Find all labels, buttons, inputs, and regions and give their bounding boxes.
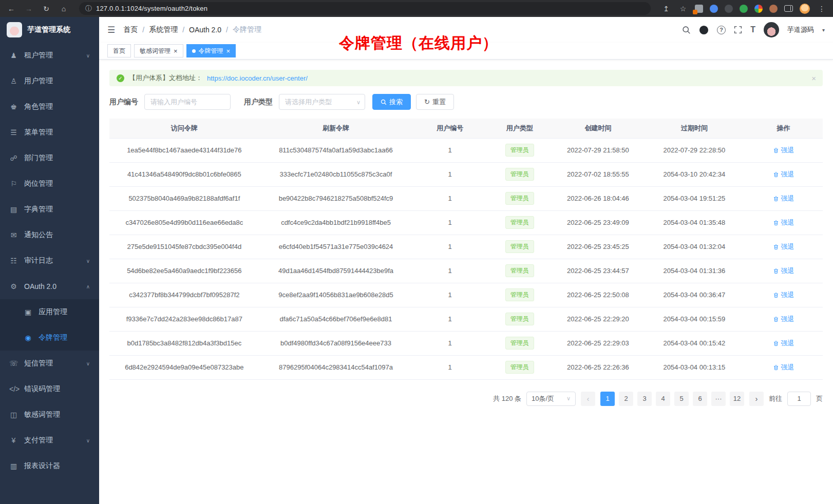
- goto-page-input[interactable]: [787, 392, 811, 406]
- sidebar-item-user[interactable]: ♙ 用户管理: [0, 68, 99, 94]
- fullscreen-icon[interactable]: [734, 26, 742, 34]
- tab-token[interactable]: 令牌管理 ×: [186, 44, 236, 57]
- action-cell: 强退: [744, 307, 823, 331]
- reset-button[interactable]: ↻ 重置: [416, 94, 454, 110]
- user-id-input[interactable]: [144, 94, 231, 110]
- sidebar-item-role[interactable]: ♚ 角色管理: [0, 94, 99, 120]
- sidebar-item-oauth2[interactable]: ⚙ OAuth 2.0 ∧: [0, 274, 99, 299]
- sidebar-item-pay[interactable]: ¥ 支付管理 ∨: [0, 428, 99, 453]
- table-row: c347026e805e4d99b0d116eae66eda8c cdfc4ce…: [109, 210, 823, 235]
- doc-link[interactable]: https://doc.iocoder.cn/user-center/: [207, 74, 308, 82]
- force-logout-button[interactable]: 强退: [773, 363, 794, 372]
- pager: 123456···12: [600, 392, 744, 406]
- sidebar-item-label: 岗位管理: [24, 179, 90, 188]
- user-type-cell: 管理员: [487, 210, 552, 235]
- force-logout-button[interactable]: 强退: [773, 194, 794, 203]
- page-button[interactable]: 4: [656, 392, 670, 406]
- page-content: ✓ 【用户体系】文档地址： https://doc.iocoder.cn/use…: [99, 60, 833, 504]
- extension-grid-icon[interactable]: [695, 5, 703, 13]
- font-size-icon[interactable]: T: [750, 25, 755, 34]
- share-icon[interactable]: ↥: [661, 5, 671, 13]
- force-logout-label: 强退: [781, 266, 794, 276]
- force-logout-button[interactable]: 强退: [773, 315, 794, 324]
- search-icon[interactable]: [682, 26, 691, 34]
- sidebar-item-post[interactable]: ⚐ 岗位管理: [0, 171, 99, 197]
- sidebar-item-label: 应用管理: [39, 307, 90, 317]
- browser-menu-icon[interactable]: ⋮: [817, 5, 827, 13]
- extension-puzzle-icon[interactable]: [754, 5, 763, 13]
- breadcrumb-item[interactable]: OAuth 2.0 /: [189, 26, 233, 34]
- sidebar: 芋道管理系统 ♟ 租户管理 ∨ ♙ 用户管理 ♚ 角色管理 ☰ 菜单管理 ☍ 部…: [0, 17, 99, 504]
- split-view-icon[interactable]: [784, 5, 793, 12]
- forward-icon[interactable]: →: [24, 5, 34, 13]
- sidebar-item-label: 角色管理: [24, 102, 90, 111]
- page-size-select[interactable]: 10条/页 ∨: [526, 392, 576, 406]
- chevron-icon: ∨: [86, 258, 90, 264]
- app-logo: 芋道管理系统: [0, 17, 99, 43]
- table-row: f9336e7c7dd242a283ee98dc86b17a87 dfa6c71…: [109, 307, 823, 331]
- page-button[interactable]: 6: [693, 392, 707, 406]
- sidebar-item-menu[interactable]: ☰ 菜单管理: [0, 120, 99, 145]
- help-icon[interactable]: ?: [717, 26, 726, 34]
- extension-dark-icon[interactable]: [725, 5, 733, 13]
- tab-home[interactable]: 首页: [107, 44, 131, 57]
- caret-down-icon[interactable]: ▾: [822, 27, 825, 33]
- back-icon[interactable]: ←: [6, 5, 16, 13]
- force-logout-button[interactable]: 强退: [773, 170, 794, 179]
- page-button[interactable]: 5: [674, 392, 689, 406]
- alert-close-icon[interactable]: ×: [811, 74, 816, 83]
- user-avatar[interactable]: [764, 22, 779, 37]
- sidebar-item-dict[interactable]: ▤ 字典管理: [0, 197, 99, 222]
- reload-icon[interactable]: ↻: [41, 5, 51, 13]
- pay-icon: ¥: [9, 436, 18, 444]
- force-logout-label: 强退: [781, 339, 794, 348]
- force-logout-button[interactable]: 强退: [773, 266, 794, 276]
- user-type-select[interactable]: ∨: [279, 94, 365, 110]
- extension-brown-icon[interactable]: [769, 5, 778, 13]
- force-logout-button[interactable]: 强退: [773, 218, 794, 227]
- page-button-active[interactable]: 1: [600, 392, 615, 406]
- sidebar-fold-icon[interactable]: ☰: [107, 25, 115, 35]
- sidebar-item-sensitive[interactable]: ◫ 敏感词管理: [0, 402, 99, 428]
- tab-close-icon[interactable]: ×: [174, 48, 178, 54]
- trash-icon: [773, 220, 779, 226]
- breadcrumb-item[interactable]: 首页 /: [123, 25, 149, 34]
- sidebar-item-errcode[interactable]: </> 错误码管理: [0, 376, 99, 402]
- search-button[interactable]: 搜索: [372, 94, 411, 110]
- sidebar-item-token[interactable]: ◉ 令牌管理: [0, 325, 99, 351]
- sidebar-item-label: 租户管理: [24, 51, 80, 60]
- next-page-button[interactable]: ›: [749, 392, 764, 406]
- sidebar-item-tenant[interactable]: ♟ 租户管理 ∨: [0, 43, 99, 68]
- browser-profile-avatar[interactable]: [800, 4, 810, 14]
- sidebar-item-sms[interactable]: ☏ 短信管理 ∨: [0, 351, 99, 376]
- extension-blue-icon[interactable]: [710, 5, 718, 13]
- sidebar-item-notice[interactable]: ✉ 通知公告: [0, 222, 99, 248]
- site-info-icon[interactable]: ⓘ: [85, 4, 92, 13]
- user-type-cell: 管理员: [487, 307, 552, 331]
- sidebar-item-app[interactable]: ▣ 应用管理: [0, 299, 99, 325]
- access-token-cell: 1ea5e44f8bc1467aaede43144f31de76: [109, 138, 259, 162]
- sidebar-item-audit[interactable]: ☷ 审计日志 ∨: [0, 248, 99, 274]
- user-type-select-input[interactable]: [279, 94, 365, 110]
- force-logout-button[interactable]: 强退: [773, 146, 794, 155]
- page-button[interactable]: 12: [730, 392, 744, 406]
- url-bar[interactable]: ⓘ 127.0.0.1:1024/system/oauth2/token: [79, 2, 651, 15]
- tab-close-icon[interactable]: ×: [226, 48, 231, 54]
- force-logout-button[interactable]: 强退: [773, 290, 794, 300]
- force-logout-button[interactable]: 强退: [773, 242, 794, 251]
- home-icon[interactable]: ⌂: [59, 5, 69, 13]
- prev-page-button[interactable]: ‹: [581, 392, 595, 406]
- breadcrumb-item[interactable]: 系统管理 /: [149, 25, 189, 34]
- user-type-badge: 管理员: [505, 361, 534, 374]
- github-icon[interactable]: [699, 25, 709, 35]
- sidebar-item-report[interactable]: ▥ 报表设计器: [0, 453, 99, 479]
- page-button[interactable]: 2: [619, 392, 633, 406]
- extension-green-icon[interactable]: [740, 5, 748, 13]
- force-logout-button[interactable]: 强退: [773, 339, 794, 348]
- sidebar-item-dept[interactable]: ☍ 部门管理: [0, 145, 99, 171]
- page-ellipsis-button[interactable]: ···: [711, 392, 726, 406]
- created-time-cell: 2022-06-25 23:44:57: [552, 259, 645, 283]
- tab-sensitive[interactable]: 敏感词管理 ×: [134, 44, 183, 57]
- bookmark-star-icon[interactable]: ☆: [678, 5, 688, 13]
- page-button[interactable]: 3: [637, 392, 652, 406]
